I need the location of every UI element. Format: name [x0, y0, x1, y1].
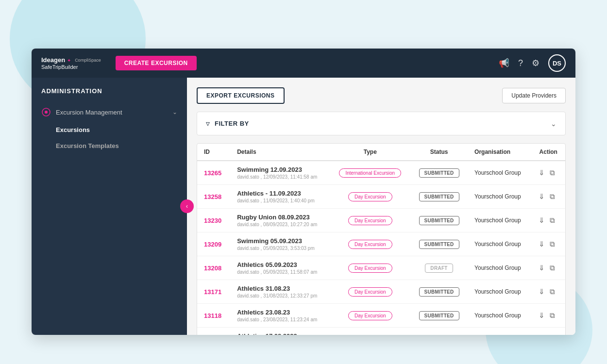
action-icons: ⇓ ⧉	[539, 287, 559, 296]
excursion-title: Athletics 05.09.2023	[237, 261, 323, 268]
org-name: Yourschool Group	[474, 169, 521, 176]
type-badge: Day Excursion	[348, 240, 392, 249]
user-avatar[interactable]: DS	[548, 54, 566, 72]
chevron-up-icon: ⌄	[172, 109, 177, 116]
download-icon[interactable]: ⇓	[539, 216, 545, 225]
copy-icon[interactable]: ⧉	[550, 192, 555, 201]
svg-point-2	[45, 111, 48, 114]
excursion-sub: david.sato , 12/09/2023, 11:41:58 am	[237, 174, 323, 180]
excursion-management-label: Excursion Management	[56, 109, 172, 116]
col-organisation: Organisation	[468, 144, 531, 161]
excursion-sub: david.sato , 08/09/2023, 10:27:20 am	[237, 222, 323, 227]
navbar: Ideagen ✦ CompliSpace SafeTripBuilder CR…	[32, 49, 575, 78]
col-id: ID	[197, 144, 230, 161]
type-badge: Day Excursion	[348, 311, 392, 320]
type-badge: Day Excursion	[348, 216, 392, 225]
status-badge: SUBMITTED	[419, 240, 459, 249]
excursions-table: ID Details Type Status Organisation Acti…	[197, 143, 566, 335]
excursion-title: Athletics - 11.09.2023	[237, 190, 323, 197]
excursion-sub: david.sato , 11/09/2023, 1:40:40 pm	[237, 198, 323, 203]
org-name: Yourschool Group	[474, 193, 521, 200]
excursion-title: Athletics 17.08.2023	[237, 332, 323, 335]
sidebar-item-excursion-management[interactable]: Excursion Management ⌄	[32, 102, 187, 122]
status-badge: DRAFT	[425, 264, 453, 273]
action-icons: ⇓ ⧉	[539, 311, 559, 320]
logo-bottom-text: SafeTripBuilder	[41, 64, 101, 70]
col-action: Action	[532, 144, 566, 161]
logo-asterisk-icon: ✦	[67, 58, 72, 63]
copy-icon[interactable]: ⧉	[550, 216, 555, 225]
status-badge: SUBMITTED	[419, 216, 459, 225]
excursion-id-link[interactable]: 13265	[204, 169, 221, 177]
action-icons: ⇓ ⧉	[539, 264, 559, 272]
svg-text:✦: ✦	[67, 58, 71, 63]
table-row: 13258 Athletics - 11.09.2023 david.sato …	[197, 185, 565, 209]
excursion-id-link[interactable]: 13171	[204, 288, 221, 296]
excursion-id-link[interactable]: 13118	[204, 312, 221, 319]
org-name: Yourschool Group	[474, 288, 521, 295]
main-panel: EXPORT EXCURSIONS Update Providers ▿ FIL…	[187, 78, 575, 335]
logo-complispace-text: CompliSpace	[75, 58, 101, 63]
copy-icon[interactable]: ⧉	[550, 264, 555, 272]
type-badge: Day Excursion	[348, 192, 392, 201]
org-name: Yourschool Group	[474, 217, 521, 224]
excursion-title: Athletics 31.08.23	[237, 285, 323, 292]
org-name: Yourschool Group	[474, 312, 521, 319]
sidebar-toggle-button[interactable]: ‹	[180, 199, 194, 213]
download-icon[interactable]: ⇓	[539, 168, 545, 177]
excursion-title: Athletics 23.08.23	[237, 309, 323, 316]
excursion-title: Rugby Union 08.09.2023	[237, 214, 323, 221]
top-bar: EXPORT EXCURSIONS Update Providers	[197, 87, 566, 104]
status-badge: SUBMITTED	[419, 311, 459, 320]
sidebar-item-excursion-templates[interactable]: Excursion Templates	[56, 138, 187, 154]
col-details: Details	[230, 144, 330, 161]
excursion-id-link[interactable]: 13258	[204, 193, 221, 200]
download-icon[interactable]: ⇓	[539, 240, 545, 248]
action-icons: ⇓ ⧉	[539, 240, 559, 248]
type-badge: Day Excursion	[348, 335, 392, 335]
status-badge: SUBMITTED	[419, 335, 459, 335]
filter-bar[interactable]: ▿ FILTER BY ⌄	[197, 112, 566, 135]
logo: Ideagen ✦ CompliSpace SafeTripBuilder	[41, 56, 101, 70]
export-excursions-button[interactable]: EXPORT EXCURSIONS	[197, 87, 285, 104]
download-icon[interactable]: ⇓	[539, 287, 545, 296]
create-excursion-button[interactable]: CREATE EXCURSION	[116, 56, 197, 70]
update-providers-button[interactable]: Update Providers	[502, 88, 566, 103]
settings-icon[interactable]: ⚙	[532, 58, 540, 68]
excursion-id-link[interactable]: 13230	[204, 217, 221, 224]
app-window: Ideagen ✦ CompliSpace SafeTripBuilder CR…	[32, 49, 575, 335]
excursion-title: Swimming 12.09.2023	[237, 166, 323, 173]
type-badge: International Excursion	[339, 168, 401, 178]
excursion-id-link[interactable]: 13209	[204, 241, 221, 248]
sidebar-item-excursions[interactable]: Excursions	[56, 122, 187, 138]
notification-icon[interactable]: 📢	[499, 58, 509, 68]
copy-icon[interactable]: ⧉	[550, 311, 555, 320]
download-icon[interactable]: ⇓	[539, 264, 545, 272]
org-name: Yourschool Group	[474, 241, 521, 248]
copy-icon[interactable]: ⧉	[550, 168, 555, 177]
col-type: Type	[330, 144, 411, 161]
table-row: 13265 Swimming 12.09.2023 david.sato , 1…	[197, 161, 565, 185]
excursion-sub: david.sato , 31/08/2023, 12:33:27 pm	[237, 293, 323, 298]
status-badge: SUBMITTED	[419, 287, 459, 297]
excursion-management-icon	[41, 107, 51, 117]
copy-icon[interactable]: ⧉	[550, 240, 555, 248]
table-row: 13209 Swimming 05.09.2023 david.sato , 0…	[197, 232, 565, 256]
type-badge: Day Excursion	[348, 287, 392, 297]
filter-label: FILTER BY	[215, 120, 249, 127]
copy-icon[interactable]: ⧉	[550, 287, 555, 296]
status-badge: SUBMITTED	[419, 168, 459, 178]
excursion-id-link[interactable]: 13208	[204, 265, 221, 272]
table-row: 13066 Athletics 17.08.2023 david.sato , …	[197, 328, 565, 335]
type-badge: Day Excursion	[348, 264, 392, 273]
action-icons: ⇓ ⧉	[539, 168, 559, 177]
sidebar-admin-label: ADMINISTRATION	[32, 87, 187, 102]
excursion-sub: david.sato , 05/09/2023, 3:53:03 pm	[237, 246, 323, 251]
filter-chevron-icon: ⌄	[551, 120, 556, 128]
excursion-sub: david.sato , 23/08/2023, 11:23:24 am	[237, 317, 323, 322]
table-row: 13208 Athletics 05.09.2023 david.sato , …	[197, 256, 565, 280]
help-icon[interactable]: ?	[518, 58, 523, 68]
download-icon[interactable]: ⇓	[539, 192, 545, 201]
table-row: 13171 Athletics 31.08.23 david.sato , 31…	[197, 280, 565, 304]
download-icon[interactable]: ⇓	[539, 311, 545, 320]
